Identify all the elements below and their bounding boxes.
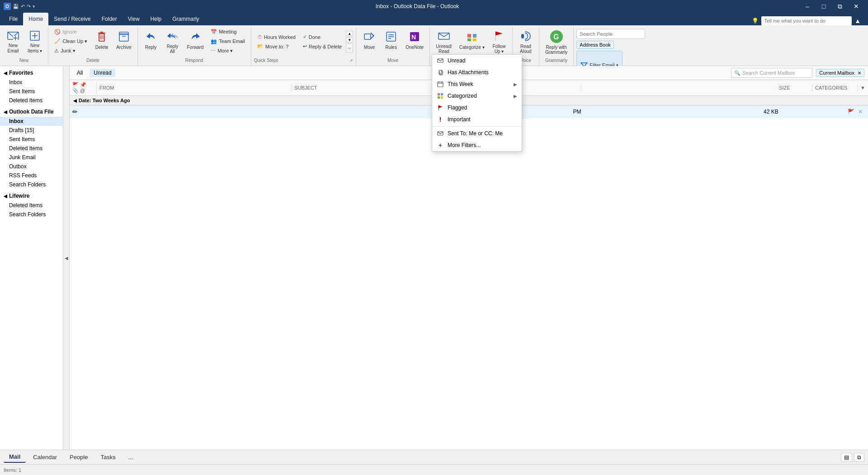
team-email-button[interactable]: 👥 Team Email bbox=[208, 37, 248, 46]
filter-flagged-item[interactable]: Flagged bbox=[432, 102, 522, 114]
email-row-delete-icon[interactable]: ✕ bbox=[858, 109, 863, 115]
read-aloud-button[interactable]: Read Aloud bbox=[515, 27, 536, 56]
archive-button[interactable]: Archive bbox=[113, 27, 134, 56]
maximize-button[interactable]: □ bbox=[816, 0, 832, 13]
reply-all-button[interactable]: ReplyAll bbox=[162, 27, 183, 56]
col-header-received[interactable] bbox=[581, 87, 776, 89]
sidebar-item-lifewire-deleted[interactable]: Deleted Items bbox=[0, 201, 63, 210]
minimize-button[interactable]: – bbox=[799, 0, 816, 13]
follow-up-button[interactable]: Follow Up ▾ bbox=[489, 27, 509, 56]
qs-expand-arrow[interactable]: ⋯ bbox=[346, 43, 353, 52]
svg-rect-38 bbox=[438, 96, 440, 99]
sidebar-item-inbox-fav[interactable]: Inbox bbox=[0, 78, 63, 87]
nav-item-mail[interactable]: Mail bbox=[4, 451, 26, 463]
sidebar-item-outbox[interactable]: Outbox bbox=[0, 162, 63, 171]
sidebar-lifewire-header[interactable]: ◀ Lifewire bbox=[0, 191, 63, 201]
svg-rect-36 bbox=[438, 93, 440, 95]
tab-help[interactable]: Help bbox=[145, 13, 167, 25]
close-button[interactable]: ✕ bbox=[848, 0, 864, 13]
window-controls[interactable]: – □ ⧉ ✕ bbox=[799, 0, 864, 13]
tab-folder[interactable]: Folder bbox=[96, 13, 123, 25]
sidebar-item-inbox[interactable]: Inbox bbox=[0, 117, 63, 126]
search-people-input[interactable] bbox=[576, 29, 645, 39]
filter-this-week-item[interactable]: This Week ▶ bbox=[432, 78, 522, 90]
tab-file[interactable]: File bbox=[4, 13, 23, 25]
col-header-from[interactable]: FROM bbox=[97, 84, 292, 91]
sidebar-item-deleted-fav[interactable]: Deleted Items bbox=[0, 96, 63, 105]
junk-button[interactable]: ⚠ Junk ▾ bbox=[51, 46, 90, 55]
ribbon-group-quicksteps-label: Quick Steps bbox=[254, 57, 278, 64]
normal-view-btn[interactable]: ▤ bbox=[841, 453, 852, 462]
more-respond-icon: ⋯ bbox=[211, 48, 216, 54]
col-filter-icon[interactable]: ▼ bbox=[858, 84, 868, 91]
sidebar-item-junk[interactable]: Junk Email bbox=[0, 153, 63, 162]
filter-sent-to-me-item[interactable]: Sent To: Me or CC: Me bbox=[432, 128, 522, 139]
quick-steps-arrows[interactable]: ▲ ▼ ⋯ bbox=[346, 27, 353, 56]
nav-item-calendar[interactable]: Calendar bbox=[28, 452, 62, 462]
col-header-size[interactable]: SIZE bbox=[776, 84, 812, 91]
done-button[interactable]: ✓ Done bbox=[300, 33, 345, 42]
categorize-button[interactable]: Categorize ▾ bbox=[456, 27, 488, 56]
filter-attachments-item[interactable]: Has Attachments bbox=[432, 66, 522, 78]
current-mailbox-badge[interactable]: Current Mailbox ✕ bbox=[816, 69, 864, 77]
reply-with-grammarly-button[interactable]: G Reply with Grammarly bbox=[542, 27, 571, 56]
sidebar-item-lifewire-search[interactable]: Search Folders bbox=[0, 210, 63, 219]
more-respond-button[interactable]: ⋯ More ▾ bbox=[208, 46, 248, 55]
tab-home[interactable]: Home bbox=[23, 13, 48, 25]
sidebar-item-rss[interactable]: RSS Feeds bbox=[0, 171, 63, 180]
delete-button[interactable]: Delete bbox=[91, 27, 112, 56]
tell-me-input[interactable] bbox=[761, 16, 852, 25]
clean-up-button[interactable]: 🧹 Clean Up ▾ bbox=[51, 37, 90, 46]
filter-tab-all[interactable]: All bbox=[73, 69, 86, 77]
sidebar-collapse-handle[interactable]: ◀ bbox=[63, 66, 70, 450]
svg-rect-32 bbox=[438, 82, 443, 87]
col-icons-pin: 📌 bbox=[80, 82, 86, 87]
tab-send-receive[interactable]: Send / Receive bbox=[48, 13, 96, 25]
sidebar-outlook-header[interactable]: ◀ Outlook Data File bbox=[0, 107, 63, 117]
address-book-button[interactable]: Address Book bbox=[576, 41, 613, 49]
hours-worked-button[interactable]: ⏱ Hours Worked bbox=[254, 33, 299, 42]
filter-important-item[interactable]: ! Important bbox=[432, 114, 522, 125]
reading-view-btn[interactable]: ⧉ bbox=[854, 453, 864, 462]
rules-button[interactable]: Rules bbox=[381, 27, 401, 56]
search-current-mailbox[interactable]: 🔍 Search Current Mailbox bbox=[731, 68, 812, 78]
ribbon-group-voice-content: Read Aloud bbox=[515, 27, 536, 57]
ribbon-group-respond-label: Respond bbox=[141, 57, 248, 64]
new-email-button[interactable]: New Email bbox=[3, 27, 24, 56]
reply-delete-button[interactable]: ↩ Reply & Delete bbox=[300, 42, 345, 51]
move-button[interactable]: Move bbox=[359, 27, 380, 56]
filter-categorized-item[interactable]: Categorized ▶ bbox=[432, 90, 522, 102]
ignore-button[interactable]: 🚫 Ignore bbox=[51, 27, 90, 36]
filter-unread-item[interactable]: Unread bbox=[432, 55, 522, 66]
onenote-button[interactable]: N OneNote bbox=[402, 27, 427, 56]
ribbon-group-grammarly-content: G Reply with Grammarly bbox=[542, 27, 571, 57]
forward-button[interactable]: Forward bbox=[184, 27, 207, 56]
qs-up-arrow[interactable]: ▲ bbox=[346, 31, 353, 36]
qs-down-arrow[interactable]: ▼ bbox=[346, 37, 353, 43]
tab-view[interactable]: View bbox=[123, 13, 145, 25]
filter-tab-unread[interactable]: Unread bbox=[90, 69, 115, 77]
new-items-button[interactable]: NewItems ▾ bbox=[24, 27, 45, 56]
sidebar-item-search-folders[interactable]: Search Folders bbox=[0, 180, 63, 189]
restore-button[interactable]: ⧉ bbox=[832, 0, 848, 13]
sidebar-item-deleted[interactable]: Deleted Items bbox=[0, 144, 63, 153]
sidebar-favorites-header[interactable]: ◀ Favorites bbox=[0, 68, 63, 78]
expand-ribbon-btn[interactable]: ▲ bbox=[854, 17, 861, 24]
sidebar-item-sent-fav[interactable]: Sent Items bbox=[0, 87, 63, 96]
quick-steps-dialog-btn[interactable]: ↗ bbox=[349, 58, 353, 63]
email-row-flag-icon[interactable]: 🚩 bbox=[848, 109, 854, 115]
meeting-button[interactable]: 📅 Meeting bbox=[208, 27, 248, 36]
unread-read-button[interactable]: Unread/ Read bbox=[433, 27, 455, 56]
sidebar-item-drafts[interactable]: Drafts [15] bbox=[0, 126, 63, 135]
favorites-collapse-icon: ◀ bbox=[4, 71, 7, 76]
sidebar-item-sent[interactable]: Sent Items bbox=[0, 135, 63, 144]
move-to-button[interactable]: 📂 Move to: ? bbox=[254, 42, 299, 51]
nav-item-more[interactable]: ... bbox=[123, 452, 139, 462]
reply-button[interactable]: Reply bbox=[141, 27, 161, 56]
tab-grammarly[interactable]: Grammarly bbox=[167, 13, 204, 25]
nav-item-tasks[interactable]: Tasks bbox=[95, 452, 121, 462]
filter-more-filters-item[interactable]: + More Filters... bbox=[432, 139, 522, 151]
move-to-icon: 📂 bbox=[257, 43, 264, 49]
col-header-categories[interactable]: CATEGORIES bbox=[812, 84, 858, 91]
nav-item-people[interactable]: People bbox=[64, 452, 93, 462]
